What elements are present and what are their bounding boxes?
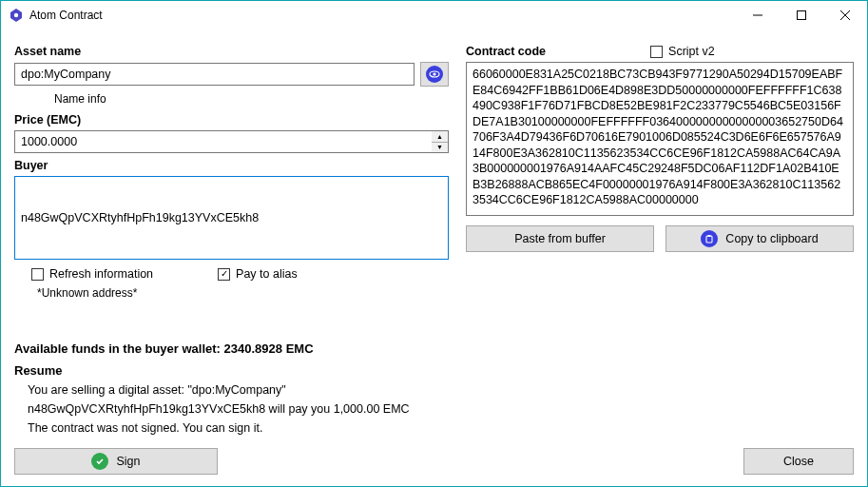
contract-code-label: Contract code: [466, 45, 546, 58]
price-input[interactable]: [14, 130, 432, 153]
svg-line-5: [840, 10, 850, 20]
copy-button-label: Copy to clipboard: [725, 232, 818, 245]
svg-rect-3: [798, 11, 806, 20]
check-icon: [91, 453, 108, 470]
close-window-button[interactable]: [823, 1, 867, 29]
close-button[interactable]: Close: [743, 448, 854, 475]
refresh-checkbox[interactable]: [31, 268, 44, 281]
svg-rect-9: [708, 235, 711, 237]
spinner-up-icon[interactable]: ▲: [432, 131, 448, 143]
svg-rect-8: [706, 236, 712, 243]
titlebar: Atom Contract: [1, 1, 867, 29]
sign-button[interactable]: Sign: [14, 448, 218, 475]
buyer-label: Buyer: [14, 159, 449, 172]
resume-heading: Resume: [14, 363, 449, 378]
resume-line-2: n48GwQpVCXRtyhfHpFh19kg13YVxCE5kh8 will …: [28, 402, 449, 416]
svg-point-1: [14, 13, 18, 17]
buyer-input[interactable]: [14, 176, 449, 260]
asset-name-label: Asset name: [14, 45, 449, 58]
price-label: Price (EMC): [14, 113, 449, 127]
unknown-address-text: *Unknown address*: [37, 286, 449, 300]
eye-icon: [426, 66, 443, 83]
left-column: Asset name Name info Price (EMC) ▲ ▼ Buy…: [14, 39, 449, 475]
name-info-text: Name info: [54, 92, 449, 106]
svg-point-7: [433, 72, 435, 75]
available-funds: Available funds in the buyer wallet: 234…: [14, 341, 449, 356]
window: Atom Contract Asset name Name info Price…: [0, 0, 868, 487]
pay-alias-label: Pay to alias: [236, 267, 298, 281]
resume-line-1: You are selling a digital asset: "dpo:My…: [28, 383, 449, 397]
close-button-label: Close: [783, 455, 814, 468]
script-v2-checkbox[interactable]: [650, 46, 663, 58]
refresh-label: Refresh information: [49, 267, 153, 281]
price-spinner[interactable]: ▲ ▼: [432, 130, 449, 153]
right-column: Contract code Script v2 66060000E831A25C…: [466, 39, 854, 475]
minimize-button[interactable]: [736, 1, 780, 29]
paste-button-label: Paste from buffer: [514, 232, 606, 245]
content: Asset name Name info Price (EMC) ▲ ▼ Buy…: [1, 29, 867, 486]
copy-button[interactable]: Copy to clipboard: [665, 225, 854, 252]
clipboard-icon: [701, 230, 718, 247]
pay-alias-checkbox[interactable]: ✓: [218, 268, 230, 281]
window-title: Atom Contract: [29, 9, 103, 22]
view-asset-button[interactable]: [420, 62, 449, 87]
paste-button[interactable]: Paste from buffer: [466, 225, 654, 252]
script-v2-label: Script v2: [668, 45, 715, 58]
resume-line-3: The contract was not signed. You can sig…: [28, 421, 449, 435]
asset-name-input[interactable]: [14, 63, 415, 86]
sign-button-label: Sign: [116, 455, 140, 468]
app-icon: [9, 8, 24, 23]
contract-code-box[interactable]: 66060000E831A25C0218BC73CB943F9771290A50…: [466, 62, 854, 216]
svg-line-4: [840, 10, 850, 20]
maximize-button[interactable]: [780, 1, 823, 29]
spinner-down-icon[interactable]: ▼: [432, 143, 448, 153]
